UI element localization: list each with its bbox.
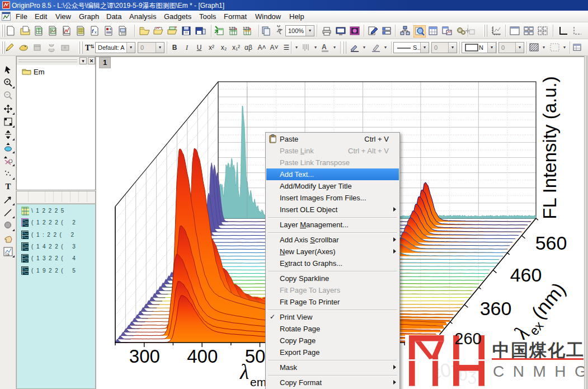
- svg-text:360: 360: [480, 298, 512, 319]
- svg-text:123: 123: [243, 26, 250, 30]
- svg-text:λ: λ: [239, 360, 249, 383]
- svg-text:A: A: [322, 43, 327, 51]
- svg-text:x: x: [95, 30, 97, 34]
- svg-text:⇅: ⇅: [90, 44, 95, 49]
- svg-text:em: em: [250, 376, 266, 388]
- svg-text:400: 400: [187, 346, 218, 367]
- svg-text:560: 560: [535, 232, 567, 254]
- svg-text:300: 300: [129, 346, 160, 367]
- svg-text:√a: √a: [5, 252, 10, 256]
- svg-text:123: 123: [229, 26, 236, 30]
- svg-text:x: x: [51, 28, 53, 32]
- svg-text:260: 260: [454, 330, 481, 348]
- svg-text:460: 460: [510, 264, 542, 285]
- svg-text:FL Intensity (a.u.): FL Intensity (a.u.): [539, 76, 560, 219]
